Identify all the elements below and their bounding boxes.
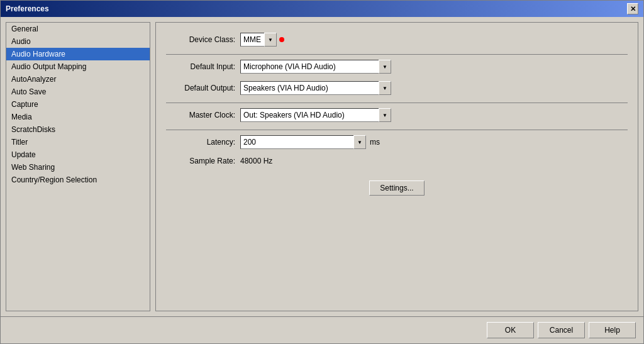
close-button[interactable]: ✕ (627, 3, 638, 14)
footer: OK Cancel Help (1, 316, 643, 343)
latency-select[interactable]: 200 100 50 400 (240, 135, 366, 149)
indicator-dot (279, 37, 284, 42)
dialog-title: Preferences (6, 4, 49, 13)
default-input-label: Default Input: (166, 62, 235, 71)
master-clock-row: Master Clock: Out: Speakers (VIA HD Audi… (166, 108, 628, 122)
default-input-select-wrapper: Microphone (VIA HD Audio) Line In None ▼ (240, 60, 391, 74)
default-input-row: Default Input: Microphone (VIA HD Audio)… (166, 60, 628, 74)
sidebar-item-web-sharing[interactable]: Web Sharing (6, 161, 150, 174)
latency-label: Latency: (166, 138, 235, 147)
default-input-select[interactable]: Microphone (VIA HD Audio) Line In None (240, 60, 391, 74)
sidebar-item-country-region[interactable]: Country/Region Selection (6, 174, 150, 186)
sample-rate-label: Sample Rate: (166, 157, 235, 165)
ok-button[interactable]: OK (487, 322, 534, 338)
latency-select-wrapper: 200 100 50 400 ▼ (240, 135, 366, 149)
sample-rate-value: 48000 Hz (240, 157, 272, 165)
master-clock-select[interactable]: Out: Speakers (VIA HD Audio) Internal (240, 108, 391, 122)
device-class-row: Device Class: MME ASIO WDM ▼ (166, 33, 628, 47)
divider-1 (166, 54, 628, 55)
sidebar-item-audio-output-mapping[interactable]: Audio Output Mapping (6, 60, 150, 73)
latency-row: Latency: 200 100 50 400 ▼ ms (166, 135, 628, 149)
preferences-dialog: Preferences ✕ General Audio Audio Hardwa… (0, 0, 644, 344)
sidebar-item-capture[interactable]: Capture (6, 98, 150, 111)
title-bar: Preferences ✕ (1, 1, 643, 17)
divider-3 (166, 130, 628, 130)
content-area: Device Class: MME ASIO WDM ▼ De (155, 22, 638, 311)
default-output-select-wrapper: Speakers (VIA HD Audio) Headphones None … (240, 81, 391, 95)
default-output-control: Speakers (VIA HD Audio) Headphones None … (240, 81, 391, 95)
sample-rate-control: 48000 Hz (240, 157, 272, 165)
sidebar-item-audio[interactable]: Audio (6, 35, 150, 48)
device-class-select[interactable]: MME ASIO WDM (240, 33, 277, 47)
sidebar-item-scratch-disks[interactable]: ScratchDisks (6, 123, 150, 136)
master-clock-control: Out: Speakers (VIA HD Audio) Internal ▼ (240, 108, 391, 122)
sidebar-item-general[interactable]: General (6, 23, 150, 35)
master-clock-label: Master Clock: (166, 111, 235, 119)
default-output-label: Default Output: (166, 84, 235, 92)
help-button[interactable]: Help (589, 322, 636, 338)
sidebar-item-titler[interactable]: Titler (6, 136, 150, 148)
device-class-select-wrapper: MME ASIO WDM ▼ (240, 33, 277, 47)
device-class-label: Device Class: (166, 35, 235, 44)
default-input-control: Microphone (VIA HD Audio) Line In None ▼ (240, 60, 391, 74)
device-class-control: MME ASIO WDM ▼ (240, 33, 284, 47)
dialog-body: General Audio Audio Hardware Audio Outpu… (1, 17, 643, 316)
sample-rate-row: Sample Rate: 48000 Hz (166, 157, 628, 165)
divider-2 (166, 103, 628, 103)
sidebar-item-update[interactable]: Update (6, 148, 150, 161)
sidebar: General Audio Audio Hardware Audio Outpu… (6, 22, 150, 311)
sidebar-item-auto-save[interactable]: Auto Save (6, 86, 150, 98)
latency-unit: ms (370, 138, 380, 147)
sidebar-item-audio-hardware[interactable]: Audio Hardware (6, 48, 150, 60)
master-clock-select-wrapper: Out: Speakers (VIA HD Audio) Internal ▼ (240, 108, 391, 122)
cancel-button[interactable]: Cancel (538, 322, 585, 338)
settings-button[interactable]: Settings... (369, 180, 424, 196)
latency-control: 200 100 50 400 ▼ ms (240, 135, 380, 149)
settings-button-row: Settings... (166, 175, 628, 196)
sidebar-item-media[interactable]: Media (6, 111, 150, 123)
default-output-select[interactable]: Speakers (VIA HD Audio) Headphones None (240, 81, 391, 95)
sidebar-item-autoanalyzer[interactable]: AutoAnalyzer (6, 73, 150, 86)
default-output-row: Default Output: Speakers (VIA HD Audio) … (166, 81, 628, 95)
